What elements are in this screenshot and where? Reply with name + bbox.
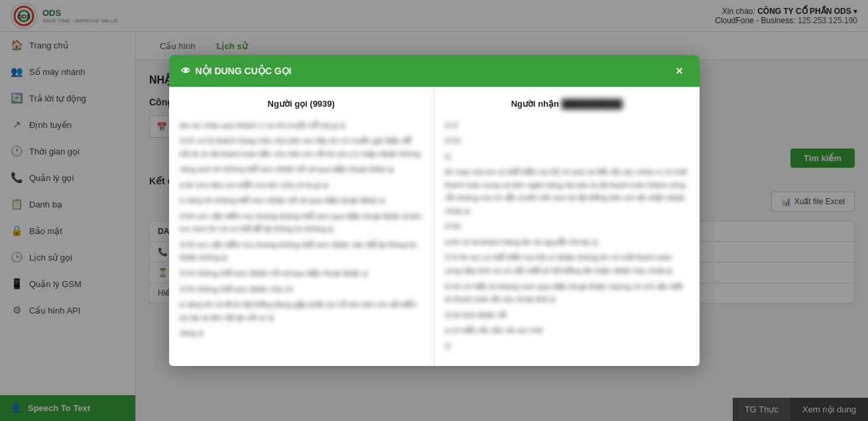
caller-transcript: alo xin chào quý khách 1 và chị muốn hỗ … <box>180 119 424 340</box>
caller-column: Người gọi (9939) alo xin chào quý khách … <box>169 87 434 367</box>
receiver-column: Người nhận ██████████ ừ ừ ừ thì ừ thì ma… <box>434 87 700 367</box>
modal-header: 👁 NỘI DUNG CUỘC GỌI × <box>169 55 700 87</box>
receiver-transcript: ừ ừ ừ thì ừ thì may mà em có thể kiểm tr… <box>445 119 689 353</box>
modal-overlay[interactable]: 👁 NỘI DUNG CUỘC GỌI × Người gọi (9939) a… <box>0 0 868 421</box>
receiver-header: Người nhận ██████████ <box>445 97 689 111</box>
eye-icon: 👁 <box>181 66 190 76</box>
modal-body: Người gọi (9939) alo xin chào quý khách … <box>169 87 700 367</box>
receiver-number: ██████████ <box>562 97 623 111</box>
caller-header: Người gọi (9939) <box>180 97 424 111</box>
modal-close-button[interactable]: × <box>672 63 688 79</box>
modal-header-left: 👁 NỘI DUNG CUỘC GỌI <box>181 66 292 76</box>
modal-noi-dung: 👁 NỘI DUNG CUỘC GỌI × Người gọi (9939) a… <box>169 55 700 367</box>
modal-title: NỘI DUNG CUỘC GỌI <box>196 66 292 76</box>
